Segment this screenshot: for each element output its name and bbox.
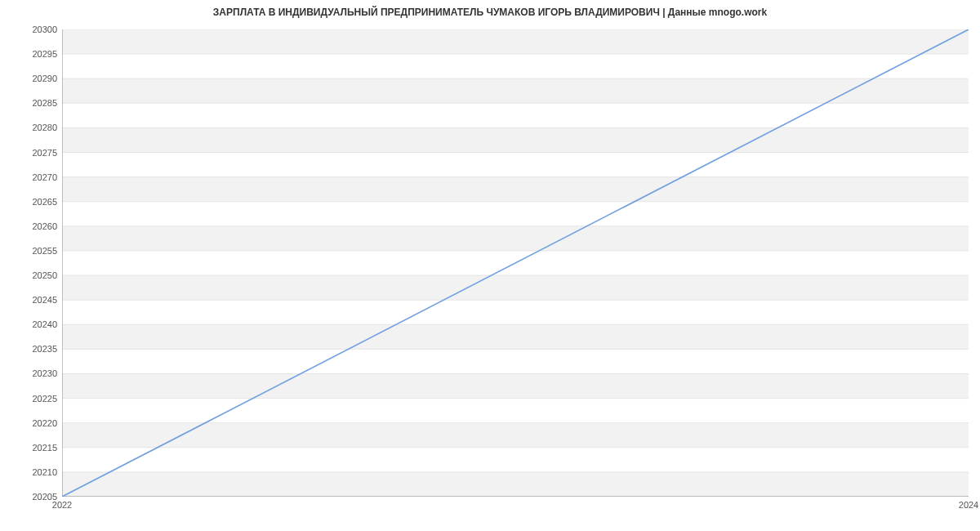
svg-rect-7	[62, 127, 969, 152]
chart-title: ЗАРПЛАТА В ИНДИВИДУАЛЬНЫЙ ПРЕДПРИНИМАТЕЛ…	[0, 7, 980, 18]
svg-rect-0	[62, 472, 969, 497]
y-tick-label: 20275	[8, 148, 57, 158]
svg-rect-6	[62, 177, 969, 202]
y-tick-label: 20215	[8, 443, 57, 453]
y-tick-label: 20230	[8, 368, 57, 378]
y-tick-label: 20280	[8, 123, 57, 132]
svg-rect-4	[62, 275, 969, 300]
y-tick-label: 20270	[8, 172, 57, 182]
y-tick-label: 20290	[8, 74, 57, 83]
y-tick-label: 20205	[8, 492, 57, 502]
y-tick-label: 20225	[8, 394, 57, 404]
line-chart: ЗАРПЛАТА В ИНДИВИДУАЛЬНЫЙ ПРЕДПРИНИМАТЕЛ…	[0, 0, 980, 531]
y-tick-label: 20210	[8, 467, 57, 477]
y-tick-label: 20295	[8, 49, 57, 59]
y-tick-label: 20235	[8, 344, 57, 354]
y-tick-label: 20265	[8, 197, 57, 207]
svg-rect-9	[62, 29, 969, 54]
y-tick-label: 20300	[8, 25, 57, 34]
x-tick-label: 2022	[52, 500, 72, 510]
y-tick-label: 20240	[8, 319, 57, 329]
y-tick-label: 20260	[8, 221, 57, 231]
svg-rect-5	[62, 226, 969, 251]
y-tick-label: 20250	[8, 270, 57, 280]
y-tick-label: 20285	[8, 98, 57, 108]
x-tick-label: 2024	[959, 500, 978, 510]
y-tick-label: 20255	[8, 246, 57, 256]
y-tick-label: 20245	[8, 295, 57, 305]
y-tick-label: 20220	[8, 418, 57, 428]
svg-rect-3	[62, 324, 969, 349]
plot-area	[62, 29, 969, 497]
svg-rect-2	[62, 373, 969, 398]
chart-svg	[62, 29, 969, 497]
